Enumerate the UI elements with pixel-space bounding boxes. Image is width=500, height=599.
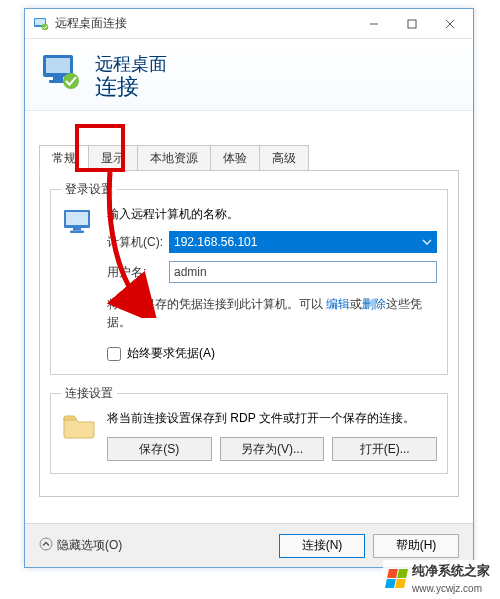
windows-logo-icon: [385, 569, 408, 588]
window-frame: 远程桌面连接 远程桌面 连接 常规 显示 本地资源 体验 高: [24, 8, 474, 568]
chevron-down-icon[interactable]: [417, 231, 437, 253]
open-button[interactable]: 打开(E)...: [332, 437, 437, 461]
svg-rect-13: [66, 212, 88, 225]
svg-point-11: [63, 73, 79, 89]
svg-point-16: [40, 538, 52, 550]
hint-text: 或: [350, 297, 362, 311]
minimize-button[interactable]: [355, 9, 393, 39]
tab-label: 本地资源: [150, 150, 198, 167]
computer-icon: [61, 206, 97, 362]
computer-label: 计算机(C):: [107, 234, 169, 251]
svg-rect-14: [73, 228, 81, 231]
banner: 远程桌面 连接: [25, 39, 473, 111]
title-bar: 远程桌面连接: [25, 9, 473, 39]
folder-icon: [61, 410, 97, 461]
button-label: 保存(S): [139, 441, 179, 458]
remote-desktop-icon: [39, 51, 83, 98]
help-button[interactable]: 帮助(H): [373, 534, 459, 558]
username-label: 用户名:: [107, 264, 169, 281]
svg-rect-15: [70, 231, 84, 234]
always-credentials-checkbox[interactable]: 始终要求凭据(A): [107, 345, 437, 362]
tab-local-resources[interactable]: 本地资源: [137, 145, 211, 170]
button-label: 帮助(H): [396, 537, 437, 554]
tab-general[interactable]: 常规: [39, 145, 89, 171]
button-label: 另存为(V)...: [241, 441, 303, 458]
tab-strip: 常规 显示 本地资源 体验 高级: [39, 145, 459, 171]
watermark-url: www.ycwjz.com: [412, 583, 482, 594]
checkbox-label: 始终要求凭据(A): [127, 345, 215, 362]
svg-rect-8: [46, 58, 70, 73]
tab-label: 高级: [272, 150, 296, 167]
connect-button[interactable]: 连接(N): [279, 534, 365, 558]
tab-advanced[interactable]: 高级: [259, 145, 309, 170]
group-login: 登录设置 输入远程计算机的名称。 计算机(C):: [50, 181, 448, 375]
credential-hint: 将使用保存的凭据连接到此计算机。可以 编辑或删除这些凭据。: [107, 295, 437, 331]
tab-body: 登录设置 输入远程计算机的名称。 计算机(C):: [39, 171, 459, 497]
group-connection: 连接设置 将当前连接设置保存到 RDP 文件或打开一个保存的连接。 保存(S) …: [50, 385, 448, 474]
button-label: 连接(N): [302, 537, 343, 554]
svg-rect-4: [408, 20, 416, 28]
computer-input[interactable]: [169, 231, 437, 253]
tab-label: 常规: [52, 150, 76, 167]
hint-text: 将使用保存的凭据连接到此计算机。可以: [107, 297, 323, 311]
content-area: 常规 显示 本地资源 体验 高级 登录设置: [25, 111, 473, 497]
hide-options-label: 隐藏选项(O): [57, 537, 122, 554]
button-label: 打开(E)...: [360, 441, 410, 458]
group-login-legend: 登录设置: [61, 181, 117, 198]
app-icon: [33, 16, 49, 32]
watermark: 纯净系统之家 www.ycwjz.com: [383, 560, 494, 597]
group-connection-legend: 连接设置: [61, 385, 117, 402]
delete-credentials-link[interactable]: 删除: [362, 297, 386, 311]
hide-options-button[interactable]: 隐藏选项(O): [39, 537, 122, 554]
watermark-name: 纯净系统之家: [412, 563, 490, 578]
window-title: 远程桌面连接: [55, 15, 127, 32]
chevron-up-icon: [39, 537, 53, 554]
maximize-button[interactable]: [393, 9, 431, 39]
tab-display[interactable]: 显示: [88, 145, 138, 170]
svg-rect-9: [53, 77, 63, 80]
computer-combobox[interactable]: [169, 231, 437, 253]
login-intro: 输入远程计算机的名称。: [107, 206, 437, 223]
banner-title-1: 远程桌面: [95, 52, 167, 76]
save-as-button[interactable]: 另存为(V)...: [220, 437, 325, 461]
svg-point-2: [42, 23, 48, 29]
tab-label: 显示: [101, 150, 125, 167]
svg-rect-1: [35, 19, 45, 25]
username-input[interactable]: [169, 261, 437, 283]
close-button[interactable]: [431, 9, 469, 39]
connection-desc: 将当前连接设置保存到 RDP 文件或打开一个保存的连接。: [107, 410, 437, 427]
tab-label: 体验: [223, 150, 247, 167]
banner-title-2: 连接: [95, 76, 167, 98]
always-credentials-input[interactable]: [107, 347, 121, 361]
save-button[interactable]: 保存(S): [107, 437, 212, 461]
tab-experience[interactable]: 体验: [210, 145, 260, 170]
edit-credentials-link[interactable]: 编辑: [326, 297, 350, 311]
